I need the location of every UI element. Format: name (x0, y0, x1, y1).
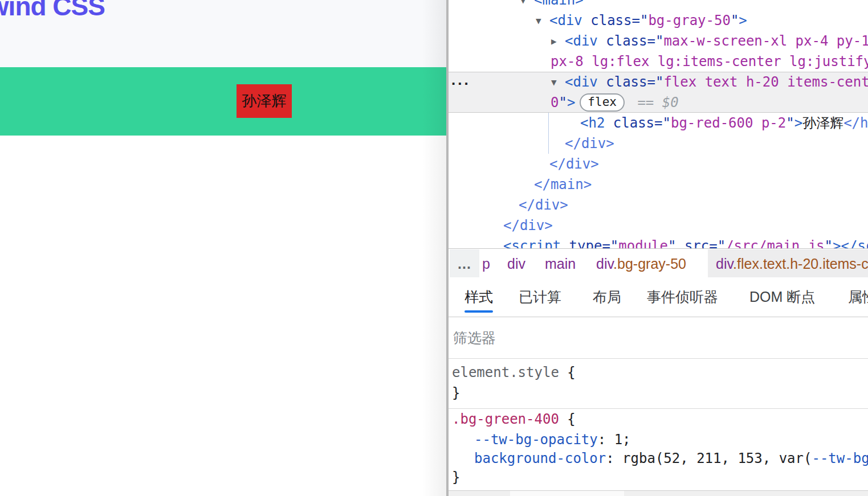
tab-dom-breakpoints[interactable]: DOM 断点 (749, 277, 815, 317)
code-token: --tw-bg-opacity (812, 450, 868, 466)
styles-filter-field[interactable]: 筛选器 (449, 317, 868, 359)
code-token: : (606, 450, 622, 466)
code-token: ></ (833, 238, 857, 248)
tab-event-listeners[interactable]: 事件侦听器 (647, 277, 718, 317)
node-overflow-dots[interactable]: ... (451, 69, 474, 90)
breadcrumb-tag: div (507, 256, 525, 272)
tab-computed[interactable]: 已计算 (519, 277, 561, 317)
code-token: --tw-bg-opacity (474, 432, 598, 448)
code-token: .bg-green-400 (452, 411, 559, 427)
tree-node-line[interactable]: </div> (565, 133, 614, 154)
tree-node-line[interactable]: </div> (503, 215, 553, 236)
tree-node-line[interactable]: ▼<div class="bg-gray-50"> (536, 10, 747, 31)
page-heading: Tailwind CSS (0, 0, 105, 22)
style-section-divider (449, 408, 868, 409)
code-token: > (739, 13, 747, 28)
element-style-rule-line[interactable]: } (452, 383, 460, 403)
code-token: max-w-screen-xl px-4 py-12 sm:px-6 lg:py… (663, 33, 868, 49)
tree-node-line[interactable]: </div> (549, 154, 599, 174)
code-token: 0 (551, 95, 559, 110)
breadcrumb-tag: div (716, 256, 733, 272)
styles-filter-placeholder: 筛选器 (453, 317, 496, 358)
code-token: ▶ (551, 31, 565, 52)
green-banner: 孙泽辉 (0, 67, 446, 136)
code-token: rgba(52, 211, 153, var( (622, 450, 812, 466)
tab-styles[interactable]: 样式 (464, 277, 493, 317)
code-token: </div> (565, 136, 614, 151)
devtools-panel: ... ▼<main>▼<div class="bg-gray-50">▶<di… (449, 0, 868, 496)
code-token: </div> (503, 218, 553, 233)
code-token: > (567, 95, 575, 110)
code-token: { (559, 364, 576, 380)
code-token: h2> (860, 115, 868, 131)
styles-pane: element.style {}.bg-green-400 {--tw-bg-o… (449, 359, 868, 491)
code-token: 孙泽辉 (802, 115, 843, 131)
breadcrumb-item[interactable]: div (507, 249, 525, 277)
breadcrumb-overflow-button[interactable]: ... (450, 249, 479, 277)
tab-layout[interactable]: 布局 (593, 277, 621, 317)
tree-node-line[interactable]: <script type="module" src="/src/main.js"… (503, 236, 868, 248)
breadcrumb-item[interactable]: p (482, 249, 490, 277)
breadcrumb-tag: p (482, 256, 490, 272)
code-token: class=" (598, 74, 664, 90)
code-token: } (452, 469, 460, 485)
code-token: " src=" (668, 238, 726, 248)
tree-node-line[interactable]: </div> (519, 195, 568, 215)
tree-node-line[interactable]: ▼<div class="flex text h-20 items-center… (551, 72, 868, 93)
code-token: 1; (614, 432, 631, 448)
element-style-rule-line[interactable]: element.style { (452, 363, 576, 382)
code-token: " (559, 95, 567, 110)
tree-node-line[interactable]: </main> (534, 174, 592, 195)
name-badge: 孙泽辉 (237, 84, 292, 118)
code-token: == (629, 95, 662, 110)
styles-scrollbar-thumb[interactable] (510, 491, 624, 496)
breadcrumb-item[interactable]: main (545, 249, 576, 277)
tree-node-line[interactable]: px-8 lg:flex lg:items-center lg:justify-… (551, 51, 868, 72)
tree-node-line[interactable]: ▼<main> (520, 0, 584, 11)
sidebar-tabbar: 样式已计算布局事件侦听器DOM 断点属性 (449, 277, 868, 317)
bg-green-400-rule-line[interactable]: .bg-green-400 { (452, 409, 576, 429)
code-token: element.style (452, 364, 559, 380)
code-token: <div (549, 13, 582, 28)
code-token: { (559, 411, 576, 427)
code-token: <script (503, 238, 561, 248)
code-token: module (618, 238, 668, 248)
tree-node-line[interactable]: <h2 class="bg-red-600 p-2">孙泽辉</h2> (580, 113, 868, 133)
tab-properties[interactable]: 属性 (848, 277, 868, 317)
code-token: <main> (534, 0, 584, 8)
code-token: " (825, 238, 833, 248)
bg-green-400-rule-line[interactable]: } (452, 468, 460, 487)
code-token: flex text h-20 items-center justify-cent… (663, 74, 868, 90)
breadcrumb-item[interactable]: div.flex.text.h-20.items-center.justify-… (708, 249, 868, 277)
breadcrumb-tag: div (596, 256, 613, 272)
code-token: class=" (605, 115, 671, 131)
bg-green-400-rule-line[interactable]: --tw-bg-opacity: 1; (474, 430, 631, 449)
code-token: bg-red-600 p-2 (671, 115, 786, 131)
code-token: background-color (474, 450, 606, 466)
code-token: ▼ (520, 0, 534, 11)
code-token: class=" (598, 33, 664, 49)
tree-node-line[interactable]: 0">flex == $0 (551, 92, 679, 113)
flex-badge: flex (580, 93, 625, 112)
code-token: ▼ (536, 11, 549, 31)
code-token: /src/main.js (726, 238, 824, 248)
code-token: > (794, 115, 802, 131)
page-viewport: Tailwind CSS 孙泽辉 (0, 0, 446, 496)
indent-guide-line (548, 113, 549, 154)
code-token: " (786, 115, 794, 131)
code-token: <div (565, 33, 598, 49)
code-token: type=" (561, 238, 618, 248)
breadcrumb-bar: ...pdivmaindiv.bg-gray-50div.flex.text.h… (449, 248, 868, 277)
breadcrumb-item[interactable]: div.bg-gray-50 (596, 249, 686, 277)
code-token: </main> (534, 177, 592, 192)
code-token: : (598, 432, 614, 448)
code-token: class=" (582, 13, 649, 28)
tree-node-line[interactable]: ▶<div class="max-w-screen-xl px-4 py-12 … (551, 31, 868, 52)
code-token: ▼ (551, 72, 565, 93)
breadcrumb-tag: main (545, 256, 576, 272)
bg-green-400-rule-line[interactable]: background-color: rgba(52, 211, 153, var… (474, 449, 868, 468)
code-token: </div> (519, 197, 568, 213)
styles-scrollbar-track[interactable] (449, 491, 868, 496)
breadcrumb-classes: .bg-gray-50 (613, 256, 686, 272)
elements-tree: ... ▼<main>▼<div class="bg-gray-50">▶<di… (449, 0, 868, 248)
